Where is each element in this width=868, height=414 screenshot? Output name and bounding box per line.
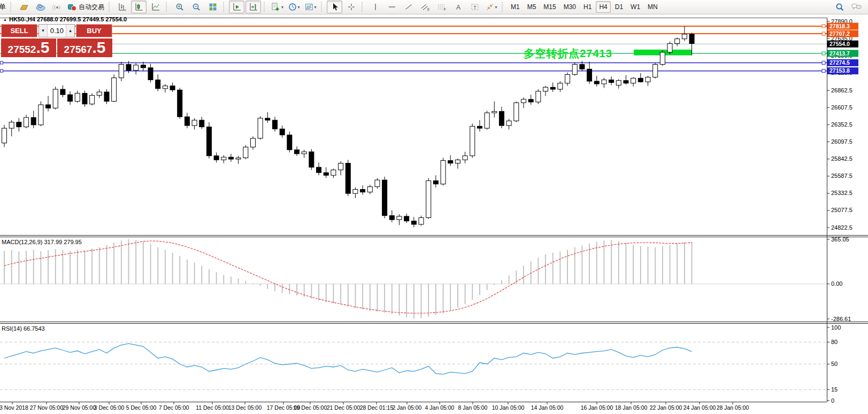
time-tick-label: 24 Jan 05:00 <box>683 404 716 411</box>
tf-h4-button[interactable]: H4 <box>596 1 610 13</box>
candle-body <box>214 156 219 160</box>
channel-icon: E <box>420 3 430 11</box>
chart-window[interactable]: 27890.027635.027380.027125.026862.526607… <box>0 14 868 414</box>
vertical-line-button[interactable] <box>367 1 383 13</box>
line-chart-button[interactable] <box>148 1 163 13</box>
tf-m5-button[interactable]: M5 <box>524 1 540 13</box>
trendline-button[interactable] <box>401 1 416 13</box>
candle-body <box>170 86 175 90</box>
candle-body <box>68 95 73 101</box>
candle-body <box>375 180 380 187</box>
collapse-panel-icon[interactable]: ▲ <box>3 18 7 21</box>
line-handle[interactable] <box>1 61 3 64</box>
zoom-out-button[interactable] <box>188 1 204 13</box>
volume-decrease-icon[interactable]: ▼ <box>39 25 48 37</box>
price-tag-label: 27554.0 <box>829 41 850 47</box>
search-button[interactable] <box>832 1 848 13</box>
charts-cloud-button[interactable] <box>33 1 48 13</box>
line-handle[interactable] <box>822 69 825 73</box>
text-label-button[interactable]: T <box>467 1 482 13</box>
line-handle[interactable] <box>1 69 3 72</box>
candlestick-chart-button[interactable] <box>131 1 147 13</box>
tf-w1-button[interactable]: W1 <box>627 1 643 13</box>
candle-body <box>485 113 489 128</box>
tile-windows-button[interactable] <box>205 1 220 13</box>
macd-tick-label: 365.05 <box>831 236 849 243</box>
svg-text:T: T <box>473 5 477 10</box>
buy-price-display[interactable]: 27567 .5 <box>57 38 112 57</box>
candle-body <box>126 65 131 71</box>
sell-price-display[interactable]: 27552 .5 <box>1 38 56 57</box>
dropdown-caret-icon[interactable]: ▾ <box>281 5 283 10</box>
sell-button[interactable]: SELL <box>1 24 37 37</box>
indicators-button[interactable]: ▾ <box>270 1 285 13</box>
price-tick-label: 25077.5 <box>831 207 852 213</box>
time-axis[interactable]: 23 Nov 201827 Nov 05:0029 Nov 05:003 Dec… <box>0 402 749 411</box>
fibonacci-button[interactable]: F <box>434 1 449 13</box>
bar-chart-icon <box>118 3 127 11</box>
clock-icon <box>288 3 297 11</box>
chart-shift-button[interactable] <box>245 1 261 13</box>
chat-button[interactable] <box>849 1 864 13</box>
tf-h1-button[interactable]: H1 <box>580 1 595 13</box>
templates-button[interactable]: ▾ <box>303 1 318 13</box>
candle-body <box>616 81 621 85</box>
tf-m30-button[interactable]: M30 <box>560 1 579 13</box>
volume-stepper: ▼ 0.10 ▲ <box>39 24 75 37</box>
candle-body <box>572 65 577 75</box>
macd-pane[interactable]: 365.050.00-286.61MACD(12,26,9) 317.99 27… <box>0 236 851 322</box>
rsi-pane[interactable]: 1008050150RSI(14) 66.7543 <box>0 324 841 404</box>
arrows-button[interactable]: ▾ <box>483 1 499 13</box>
candle-body <box>528 99 533 102</box>
crosshair-button[interactable] <box>343 1 359 13</box>
autotrading-button[interactable]: 自动交易 <box>66 1 106 13</box>
dropdown-caret-icon[interactable]: ▾ <box>314 5 317 10</box>
candle-body <box>112 78 117 101</box>
bar-chart-button[interactable] <box>114 1 130 13</box>
tf-m5-button-label: M5 <box>527 3 536 11</box>
horizontal-line-button[interactable] <box>384 1 400 13</box>
dropdown-caret-icon[interactable]: ▾ <box>298 5 300 10</box>
candle-body <box>492 112 497 113</box>
tf-d1-button[interactable]: D1 <box>612 1 626 13</box>
auto-scroll-button[interactable] <box>229 1 244 13</box>
tf-mn-button[interactable]: MN <box>644 1 661 13</box>
volume-input[interactable]: 0.10 <box>48 25 66 37</box>
tf-m1-button[interactable]: M1 <box>508 1 523 13</box>
chart-canvas[interactable]: 27890.027635.027380.027125.026862.526607… <box>0 14 868 414</box>
toolbar-right-group <box>832 1 865 13</box>
toolbar-separator <box>166 2 169 12</box>
volume-increase-icon[interactable]: ▲ <box>66 25 74 37</box>
price-axis[interactable]: 27890.027635.027380.027125.026862.526607… <box>827 18 858 231</box>
new-order-button[interactable] <box>16 1 32 13</box>
candle-body <box>24 118 29 127</box>
candle-body <box>631 78 636 83</box>
fibonacci-icon: F <box>437 3 447 11</box>
buy-button[interactable]: BUY <box>76 24 112 37</box>
candle-body <box>389 216 394 220</box>
zoom-in-button[interactable] <box>172 1 187 13</box>
line-handle[interactable] <box>822 32 825 35</box>
candle-body <box>309 152 314 167</box>
price-tag-label: 27818.3 <box>829 23 850 29</box>
candle-body <box>31 118 36 125</box>
equidistant-channel-button[interactable]: E <box>417 1 433 13</box>
candle-body <box>353 190 358 194</box>
line-handle[interactable] <box>822 52 825 55</box>
line-handle[interactable] <box>822 25 825 28</box>
dropdown-caret-icon[interactable]: ▾ <box>495 5 497 10</box>
periods-button[interactable]: ▾ <box>286 1 302 13</box>
time-tick-label: 13 Dec 05:00 <box>228 404 262 411</box>
candle-body <box>638 78 643 82</box>
orders-label[interactable]: 单 <box>0 2 6 12</box>
main-price-pane[interactable] <box>0 25 827 228</box>
line-handle[interactable] <box>822 61 825 64</box>
text-button[interactable]: A <box>450 1 466 13</box>
signals-button[interactable] <box>49 1 65 13</box>
label-icon: T <box>471 3 479 11</box>
cursor-button[interactable] <box>327 1 342 13</box>
toolbar-separator <box>10 2 13 12</box>
tf-m15-button[interactable]: M15 <box>540 1 559 13</box>
candle-body <box>675 39 680 44</box>
candle-body <box>426 181 431 217</box>
